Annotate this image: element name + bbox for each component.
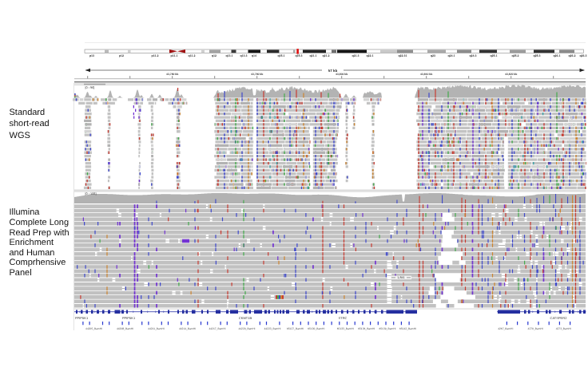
svg-text:q26.1: q26.1 bbox=[553, 54, 560, 57]
svg-text:q21.2: q21.2 bbox=[322, 54, 329, 57]
svg-text:p13: p13 bbox=[89, 54, 94, 57]
svg-text:q26.2: q26.2 bbox=[568, 54, 575, 57]
svg-text:44220_BamHI: 44220_BamHI bbox=[238, 327, 255, 330]
svg-text:44211_BamHI: 44211_BamHI bbox=[148, 327, 165, 330]
svg-text:q21.1: q21.1 bbox=[309, 54, 316, 57]
svg-text:44223_BamHI: 44223_BamHI bbox=[264, 327, 280, 330]
svg-text:q12: q12 bbox=[212, 54, 217, 57]
svg-text:q24.3: q24.3 bbox=[469, 54, 476, 57]
svg-text:Complete Long: Complete Long bbox=[10, 218, 70, 227]
svg-text:q14: q14 bbox=[252, 54, 256, 57]
svg-text:STRC: STRC bbox=[339, 316, 348, 320]
svg-text:CKMT1B: CKMT1B bbox=[239, 316, 252, 320]
svg-text:44205_BamHI: 44205_BamHI bbox=[85, 327, 102, 330]
svg-text:57 kb: 57 kb bbox=[328, 69, 338, 73]
svg-text:q25.2: q25.2 bbox=[511, 54, 518, 57]
svg-text:43,790 kb: 43,790 kb bbox=[251, 73, 263, 76]
svg-text:p11.1: p11.1 bbox=[171, 54, 178, 57]
svg-text:Standard: Standard bbox=[10, 108, 46, 117]
svg-text:Illumina: Illumina bbox=[10, 207, 41, 217]
svg-text:q21.3: q21.3 bbox=[352, 54, 359, 57]
svg-text:q15.3: q15.3 bbox=[295, 54, 302, 57]
svg-text:q23: q23 bbox=[431, 54, 435, 57]
svg-text:and Human: and Human bbox=[10, 248, 55, 258]
svg-text:q13.1: q13.1 bbox=[225, 54, 232, 57]
svg-text:65142_BamHI: 65142_BamHI bbox=[399, 327, 416, 330]
svg-text:p12: p12 bbox=[119, 54, 124, 57]
svg-text:44217_BamHI: 44217_BamHI bbox=[209, 327, 225, 330]
svg-text:q26.3: q26.3 bbox=[579, 54, 586, 57]
svg-text:44208_BamHI: 44208_BamHI bbox=[117, 327, 133, 330]
svg-text:1,841: 1,841 bbox=[397, 276, 405, 279]
svg-text:4270_BamHI: 4270_BamHI bbox=[528, 327, 543, 330]
svg-text:q22.1: q22.1 bbox=[366, 54, 373, 57]
svg-text:q11.2: q11.2 bbox=[189, 54, 196, 57]
svg-text:Read Prep with: Read Prep with bbox=[10, 228, 70, 238]
svg-text:PPIP5K1: PPIP5K1 bbox=[122, 316, 136, 320]
svg-text:65127_BamHI: 65127_BamHI bbox=[287, 327, 304, 330]
svg-text:[0 - 106]: [0 - 106] bbox=[85, 192, 97, 195]
svg-text:Comprhensive: Comprhensive bbox=[10, 258, 66, 267]
svg-text:PPIP5K1: PPIP5K1 bbox=[75, 316, 89, 320]
svg-text:short-read: short-read bbox=[10, 119, 50, 128]
svg-text:65133_BamHI: 65133_BamHI bbox=[337, 327, 354, 330]
svg-text:q22.31: q22.31 bbox=[398, 54, 407, 57]
svg-text:43,780 kb: 43,780 kb bbox=[166, 73, 178, 76]
svg-text:43,820 kb: 43,820 kb bbox=[505, 73, 517, 76]
svg-text:[0 - 96]: [0 - 96] bbox=[85, 86, 95, 89]
svg-text:q15.1: q15.1 bbox=[277, 54, 284, 57]
svg-text:Enrichment: Enrichment bbox=[10, 238, 54, 247]
svg-text:CATSPER2: CATSPER2 bbox=[550, 316, 568, 320]
svg-text:4273_BamHI: 4273_BamHI bbox=[556, 327, 571, 330]
svg-text:43,800 kb: 43,800 kb bbox=[336, 73, 348, 76]
svg-text:65130_BamHI: 65130_BamHI bbox=[308, 327, 324, 330]
svg-text:q24.1: q24.1 bbox=[447, 54, 455, 57]
svg-text:p11.2: p11.2 bbox=[152, 54, 159, 57]
svg-text:WGS: WGS bbox=[10, 131, 30, 140]
svg-text:q25.1: q25.1 bbox=[490, 54, 497, 57]
svg-text:65136_BamHI: 65136_BamHI bbox=[358, 327, 375, 330]
svg-text:4267_BamHI: 4267_BamHI bbox=[498, 327, 513, 330]
svg-text:q13.3: q13.3 bbox=[240, 54, 247, 57]
svg-text:44214_BamHI: 44214_BamHI bbox=[179, 327, 196, 330]
svg-text:65139_BamHI: 65139_BamHI bbox=[379, 327, 395, 330]
svg-text:Panel: Panel bbox=[10, 268, 32, 278]
svg-text:q25.3: q25.3 bbox=[533, 54, 540, 57]
svg-text:43,810 kb: 43,810 kb bbox=[420, 73, 432, 76]
